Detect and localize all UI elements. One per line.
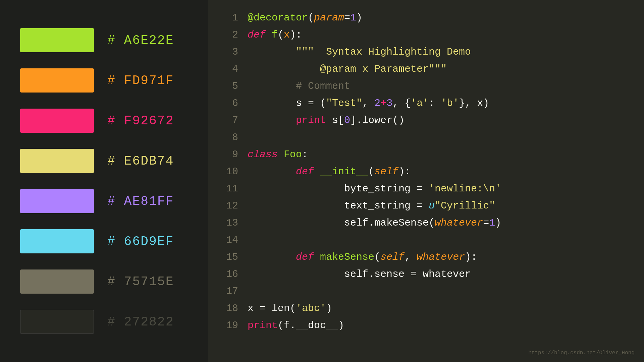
code-content-2: def f(x): [248,26,631,44]
color-row-orange: # FD971F [20,68,188,93]
line-number-19: 19 [221,317,238,334]
color-label-orange: # FD971F [107,73,174,88]
swatch-yellow [20,149,94,173]
color-row-dark: # 272822 [20,310,188,334]
color-palette-panel: # A6E22E # FD971F # F92672 # E6DB74 # AE… [0,0,208,362]
swatch-green [20,28,94,52]
code-line-18: 18 x = len('abc') [221,300,631,317]
code-line-13: 13 self.makeSense(whatever=1) [221,215,631,232]
line-number-4: 4 [221,61,238,78]
color-label-purple: # AE81FF [107,194,174,208]
code-content-7: print s[0].lower() [248,112,631,129]
code-content-5: # Comment [248,78,631,95]
line-number-18: 18 [221,300,238,317]
code-content-9: class Foo: [248,146,631,163]
color-label-yellow: # E6DB74 [107,154,174,168]
line-number-16: 16 [221,266,238,283]
code-line-15: 15 def makeSense(self, whatever): [221,249,631,266]
code-line-16: 16 self.sense = whatever [221,266,631,283]
code-line-4: 4 @param x Parameter""" [221,61,631,78]
line-number-6: 6 [221,95,238,112]
color-row-green: # A6E22E [20,28,188,52]
code-editor-panel: 1 @decorator(param=1) 2 def f(x): 3 """ … [208,0,644,362]
line-number-7: 7 [221,112,238,129]
watermark-text: https://blog.csdn.net/Oliver_Hong [528,350,635,356]
code-line-14: 14 [221,232,631,249]
code-line-6: 6 s = ("Test", 2+3, {'a': 'b'}, x) [221,95,631,112]
code-content-11: byte_string = 'newline:\n' [248,180,631,197]
line-number-10: 10 [221,163,238,180]
swatch-orange [20,68,94,93]
color-row-pink: # F92672 [20,109,188,133]
line-number-3: 3 [221,44,238,61]
code-line-7: 7 print s[0].lower() [221,112,631,129]
code-line-9: 9 class Foo: [221,146,631,163]
line-number-8: 8 [221,129,238,146]
color-label-pink: # F92672 [107,114,174,128]
code-line-3: 3 """ Syntax Highlighting Demo [221,44,631,61]
code-line-12: 12 text_string = u"Cyrillic" [221,197,631,215]
swatch-taupe [20,269,94,294]
code-line-19: 19 print(f.__doc__) [221,317,631,334]
color-label-dark: # 272822 [107,315,174,329]
code-content-19: print(f.__doc__) [248,317,631,334]
code-content-12: text_string = u"Cyrillic" [248,197,631,215]
code-block: 1 @decorator(param=1) 2 def f(x): 3 """ … [221,9,631,353]
code-content-17 [248,283,631,300]
code-line-17: 17 [221,283,631,300]
line-number-2: 2 [221,26,238,44]
color-row-purple: # AE81FF [20,189,188,213]
swatch-cyan [20,229,94,253]
code-content-18: x = len('abc') [248,300,631,317]
line-number-9: 9 [221,146,238,163]
code-content-4: @param x Parameter""" [248,61,631,78]
code-content-15: def makeSense(self, whatever): [248,249,631,266]
line-number-1: 1 [221,9,238,26]
swatch-purple [20,189,94,213]
swatch-pink [20,109,94,133]
code-content-3: """ Syntax Highlighting Demo [248,44,631,61]
code-content-1: @decorator(param=1) [248,9,631,26]
code-content-14 [248,232,631,249]
code-line-2: 2 def f(x): [221,26,631,44]
code-line-5: 5 # Comment [221,78,631,95]
line-number-11: 11 [221,180,238,197]
code-content-10: def __init__(self): [248,163,631,180]
line-number-13: 13 [221,215,238,232]
color-label-taupe: # 75715E [107,275,174,289]
code-content-6: s = ("Test", 2+3, {'a': 'b'}, x) [248,95,631,112]
code-content-13: self.makeSense(whatever=1) [248,215,631,232]
line-number-5: 5 [221,78,238,95]
code-content-8 [248,129,631,146]
color-row-taupe: # 75715E [20,269,188,294]
line-number-15: 15 [221,249,238,266]
code-content-16: self.sense = whatever [248,266,631,283]
swatch-dark [20,310,94,334]
code-line-1: 1 @decorator(param=1) [221,9,631,26]
color-label-green: # A6E22E [107,33,174,48]
code-line-11: 11 byte_string = 'newline:\n' [221,180,631,197]
line-number-17: 17 [221,283,238,300]
code-line-10: 10 def __init__(self): [221,163,631,180]
code-line-8: 8 [221,129,631,146]
color-label-cyan: # 66D9EF [107,234,174,249]
line-number-14: 14 [221,232,238,249]
color-row-yellow: # E6DB74 [20,149,188,173]
line-number-12: 12 [221,197,238,215]
color-row-cyan: # 66D9EF [20,229,188,253]
